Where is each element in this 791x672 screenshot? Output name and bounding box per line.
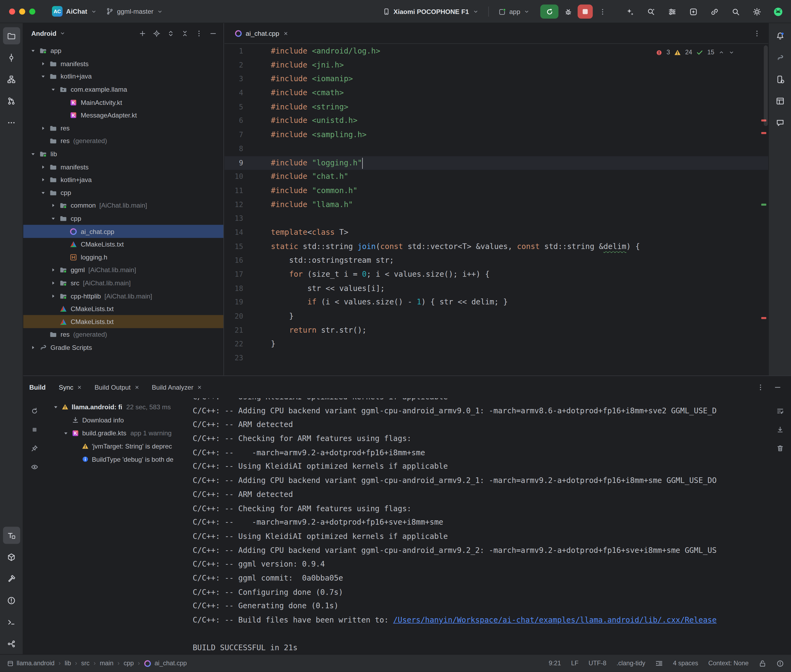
console-file-link[interactable]: /Users/hanyin/Workspace/ai-chat/examples… xyxy=(393,616,717,625)
project-tree-item-logging-h[interactable]: logging.h xyxy=(23,251,223,264)
tool-text-case-button[interactable] xyxy=(3,527,20,544)
project-collapse-all-button[interactable] xyxy=(178,27,191,40)
project-tree-item-cpp[interactable]: cpp xyxy=(23,186,223,199)
close-tab-icon[interactable] xyxy=(77,384,83,390)
project-tree-item-kotlin-java[interactable]: kotlin+java xyxy=(23,173,223,186)
search-button[interactable] xyxy=(727,3,744,20)
tool-layout-inspector-button[interactable] xyxy=(771,92,789,109)
build-tree-item-download-info[interactable]: Download info xyxy=(45,413,187,427)
project-tree-item-res[interactable]: res xyxy=(23,122,223,135)
code-line-16[interactable]: 16 std::ostringstream str; xyxy=(225,254,769,267)
close-tab-icon[interactable] xyxy=(283,30,289,36)
code-line-7[interactable]: 7#include <sampling.h> xyxy=(225,128,769,142)
breadcrumb-cpp[interactable]: cpp xyxy=(124,660,134,667)
console-soft-wrap-button[interactable] xyxy=(772,403,788,418)
chevron-right-icon[interactable] xyxy=(40,61,46,67)
close-tab-icon[interactable] xyxy=(134,384,140,390)
project-tree-item-com-example-llama[interactable]: com.example.llama xyxy=(23,83,223,96)
status-indent-button[interactable] xyxy=(655,660,663,667)
breadcrumb-src[interactable]: src xyxy=(81,660,90,667)
tool-app-insights-button[interactable] xyxy=(771,114,789,131)
settings-button[interactable] xyxy=(749,3,765,20)
build-tab-build-output[interactable]: Build Output xyxy=(90,380,145,394)
breadcrumb-ai-chat-cpp[interactable]: ai_chat.cpp xyxy=(144,660,187,667)
more-actions-button[interactable] xyxy=(595,4,610,19)
chevron-down-icon[interactable] xyxy=(30,151,36,157)
code-line-15[interactable]: 15static std::string join(const std::vec… xyxy=(225,240,769,254)
chevron-right-icon[interactable] xyxy=(50,202,56,209)
build-console[interactable]: C/C++: -- Using KleidiAI optimized kerne… xyxy=(187,398,769,654)
prev-issue-icon[interactable] xyxy=(718,50,724,55)
build-tree-item-buildtype-debug-is-both-de[interactable]: BuildType 'debug' is both de xyxy=(45,453,187,466)
status-caret-position[interactable]: 9:21 xyxy=(549,660,561,667)
analysis-stripe-mark[interactable] xyxy=(761,317,766,319)
project-tree-item-mainactivity-kt[interactable]: KMainActivity.kt xyxy=(23,96,223,109)
ai-actions-button[interactable] xyxy=(621,3,638,20)
chevron-right-icon[interactable] xyxy=(50,280,56,286)
search-with-ai-button[interactable] xyxy=(643,3,659,20)
inspections-widget[interactable]: 3 24 15 xyxy=(651,47,739,57)
tool-notifications-button[interactable] xyxy=(771,27,789,44)
code-line-8[interactable]: 8 xyxy=(225,142,769,156)
ai-assistant-button[interactable] xyxy=(685,3,701,20)
project-tree-item-messageadapter-kt[interactable]: KMessageAdapter.kt xyxy=(23,109,223,122)
code-line-6[interactable]: 6#include <unistd.h> xyxy=(225,114,769,128)
project-expand-all-button[interactable] xyxy=(164,27,177,40)
analysis-stripe-mark[interactable] xyxy=(761,132,766,134)
code-line-2[interactable]: 2#include <jni.h> xyxy=(225,58,769,72)
project-tree-item-res-generated[interactable]: res(generated) xyxy=(23,328,223,341)
stop-button[interactable] xyxy=(578,5,593,19)
code-line-21[interactable]: 21 return str.str(); xyxy=(225,323,769,338)
chevron-right-icon[interactable] xyxy=(40,125,46,131)
code-line-10[interactable]: 10#include "chat.h" xyxy=(225,170,769,184)
code-line-9[interactable]: 9#include "logging.h" xyxy=(225,156,769,170)
project-tree-item-app[interactable]: app xyxy=(23,44,223,57)
project-view-selector[interactable]: Android xyxy=(31,30,66,37)
close-window-button[interactable] xyxy=(9,8,15,14)
chevron-right-icon[interactable] xyxy=(40,176,46,183)
project-locate-button[interactable] xyxy=(150,27,163,40)
chevron-right-icon[interactable] xyxy=(50,267,56,273)
code-line-4[interactable]: 4#include <cmath> xyxy=(225,86,769,100)
project-tree-item-cpp[interactable]: cpp xyxy=(23,212,223,225)
build-options-button[interactable] xyxy=(753,379,768,395)
project-tree-item-manifests[interactable]: manifests xyxy=(23,57,223,70)
tool-commit-button[interactable] xyxy=(3,49,20,66)
project-more-vertical-button[interactable] xyxy=(192,27,205,40)
project-tree-item-cpp-httplib-aichat-lib-main[interactable]: cpp-httplib[AiChat.lib.main] xyxy=(23,290,223,302)
tool-gradle-button[interactable] xyxy=(771,49,789,66)
share-button[interactable] xyxy=(706,3,722,20)
code-line-5[interactable]: 5#include <string> xyxy=(225,100,769,114)
tool-build-button[interactable] xyxy=(3,570,20,587)
chevron-down-icon[interactable] xyxy=(30,48,36,54)
code-line-20[interactable]: 20 } xyxy=(225,309,769,323)
console-clear-button[interactable] xyxy=(772,440,788,456)
status-inspections-status-button[interactable] xyxy=(777,660,784,667)
build-stop-button[interactable] xyxy=(27,422,42,437)
code-line-23[interactable]: 23 xyxy=(225,352,769,365)
code-editor[interactable]: 1#include <android/log.h>2#include <jni.… xyxy=(225,44,769,375)
chevron-right-icon[interactable] xyxy=(40,164,46,170)
run-button[interactable] xyxy=(541,5,558,19)
tool-git-button[interactable] xyxy=(3,635,20,652)
zoom-window-button[interactable] xyxy=(29,8,35,14)
project-tree-item-gradle-scripts[interactable]: Gradle Scripts xyxy=(23,341,223,354)
build-tool-window-title[interactable]: Build xyxy=(29,383,46,391)
run-configuration-selector[interactable]: app xyxy=(494,5,534,18)
chevron-down-icon[interactable] xyxy=(50,86,56,93)
minimize-window-button[interactable] xyxy=(19,8,25,14)
branch-selector[interactable]: ggml-master xyxy=(101,5,168,18)
project-selector[interactable]: AC AiChat xyxy=(47,3,101,19)
code-line-12[interactable]: 12#include "llama.h" xyxy=(225,198,769,212)
build-tree-item-build-gradle-kts[interactable]: Kbuild.gradle.ktsapp 1 warning xyxy=(45,427,187,440)
chevron-right-icon[interactable] xyxy=(30,344,36,350)
analysis-stripe-mark[interactable] xyxy=(761,203,766,205)
chevron-right-icon[interactable] xyxy=(50,293,56,299)
tool-more-horizontal-button[interactable] xyxy=(3,114,20,131)
editor-tab-options-button[interactable] xyxy=(749,26,764,41)
breadcrumb-main[interactable]: main xyxy=(100,660,114,667)
chevron-down-icon[interactable] xyxy=(62,430,69,436)
code-line-18[interactable]: 18 str << values[i]; xyxy=(225,282,769,296)
editor-tab-ai-chat-cpp[interactable]: ai_chat.cpp xyxy=(229,23,294,43)
hide-build-panel-button[interactable] xyxy=(770,379,785,395)
